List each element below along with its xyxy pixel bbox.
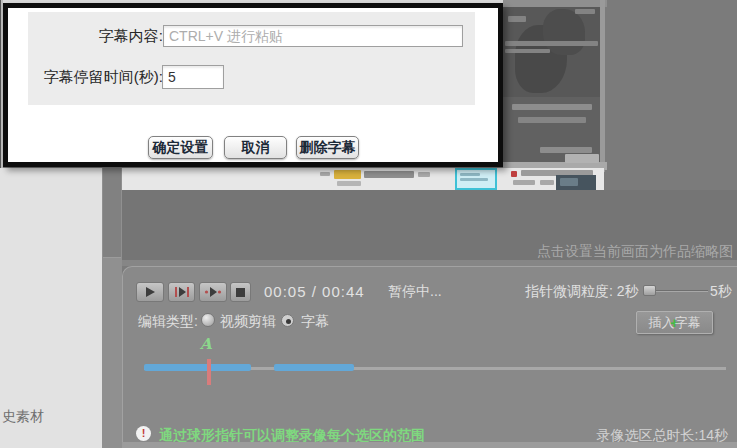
video-preview-area: 点击设置当前画面为作品缩略图 [122, 190, 737, 260]
radio-selected-dot [286, 319, 291, 324]
background-artifact [518, 117, 586, 123]
timeline-selection-segment[interactable] [144, 364, 251, 371]
radio-video-edit[interactable] [201, 313, 215, 327]
fine-step-icon [204, 286, 222, 298]
background-highlight-artifact [334, 170, 361, 179]
background-artifact [505, 49, 550, 53]
radio-video-edit-label[interactable]: 视频剪辑 [220, 313, 276, 331]
timeline-selection-segment[interactable] [274, 364, 354, 371]
background-artifact [364, 171, 414, 178]
background-artifact [540, 180, 554, 185]
play-icon [143, 286, 157, 298]
set-thumbnail-link[interactable]: 点击设置当前画面为作品缩略图 [537, 243, 733, 261]
insert-subtitle-button[interactable]: + 插入字幕 [636, 311, 713, 334]
subtitle-content-label: 字幕内容: [43, 27, 163, 46]
radio-subtitle-label[interactable]: 字幕 [301, 313, 329, 331]
background-artifact [512, 104, 592, 110]
background-artifact [575, 9, 595, 14]
subtitle-duration-label: 字幕停留时间(秒): [26, 68, 163, 87]
granularity-max-label: 5秒 [710, 283, 732, 301]
background-artifact [560, 178, 578, 186]
material-sidebar: 史素材 [0, 168, 102, 448]
scrollbar-thumb[interactable] [103, 168, 121, 258]
background-artifact [460, 178, 488, 181]
history-material-label: 史素材 [2, 408, 44, 426]
background-thumbnail-small [556, 175, 596, 190]
subtitle-duration-input[interactable] [162, 65, 224, 89]
timeline-pointer-handle[interactable] [207, 359, 211, 385]
background-red-icon [511, 171, 517, 177]
fine-step-button[interactable] [199, 282, 227, 302]
confirm-settings-button[interactable]: 确定设置 [148, 136, 213, 159]
background-artifact [513, 180, 535, 185]
stop-icon [236, 288, 245, 297]
edit-type-label: 编辑类型: [138, 313, 198, 331]
background-artifact [508, 16, 526, 22]
step-forward-button[interactable] [168, 282, 195, 302]
subtitle-marker-letter: A [200, 335, 212, 353]
background-video-frame [503, 7, 600, 97]
background-artifact [540, 147, 592, 153]
insert-subtitle-label: 插入字幕 [649, 314, 701, 332]
background-thumbnail [455, 168, 497, 190]
step-forward-icon [174, 286, 190, 298]
background-artifact [418, 172, 430, 177]
background-artifact [505, 41, 598, 46]
play-button[interactable] [136, 282, 164, 302]
sidebar-scrollbar[interactable] [102, 168, 122, 448]
background-button-artifact [565, 154, 599, 163]
delete-subtitle-button[interactable]: 删除字幕 [296, 136, 359, 159]
background-artifact [320, 172, 330, 176]
background-window-edge [600, 0, 605, 172]
time-display: 00:05 / 00:44 [264, 283, 365, 300]
subtitle-settings-dialog: 字幕内容: 字幕停留时间(秒): 确定设置 取消 删除字幕 [3, 3, 503, 167]
background-webpage-band [122, 168, 604, 190]
stop-button[interactable] [230, 282, 251, 302]
pointer-granularity-label: 指针微调粒度: 2秒 [525, 283, 639, 301]
background-artifact [460, 173, 480, 176]
granularity-slider-handle[interactable] [643, 285, 656, 296]
background-window-topbar [503, 0, 607, 7]
timeline-control-panel: 00:05 / 00:44 暂停中... 指针微调粒度: 2秒 5秒 编辑类型:… [122, 266, 737, 442]
warning-icon: ! [136, 426, 151, 441]
background-info-panel [503, 97, 600, 162]
window-bottom-edge [122, 442, 737, 448]
app-screen: 史素材 点击设置当前画面为作品缩略图 [0, 0, 737, 448]
radio-subtitle[interactable] [281, 314, 294, 327]
cancel-button[interactable]: 取消 [224, 136, 287, 159]
background-artifact [337, 181, 361, 186]
playback-status: 暂停中... [388, 283, 442, 301]
subtitle-content-input[interactable] [163, 25, 463, 47]
